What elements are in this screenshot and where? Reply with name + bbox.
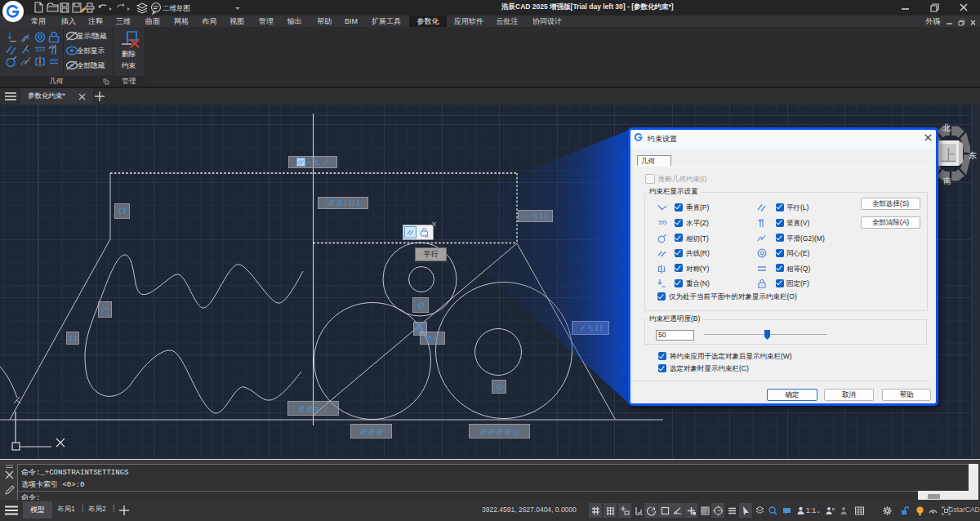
svg-text:二维草图: 二维草图: [163, 4, 190, 12]
svg-text:b: b: [425, 234, 429, 238]
svg-text:东: 东: [969, 151, 977, 160]
svg-text:南: 南: [943, 176, 951, 185]
svg-text:上: 上: [941, 147, 956, 164]
svg-text:北: 北: [942, 123, 951, 132]
